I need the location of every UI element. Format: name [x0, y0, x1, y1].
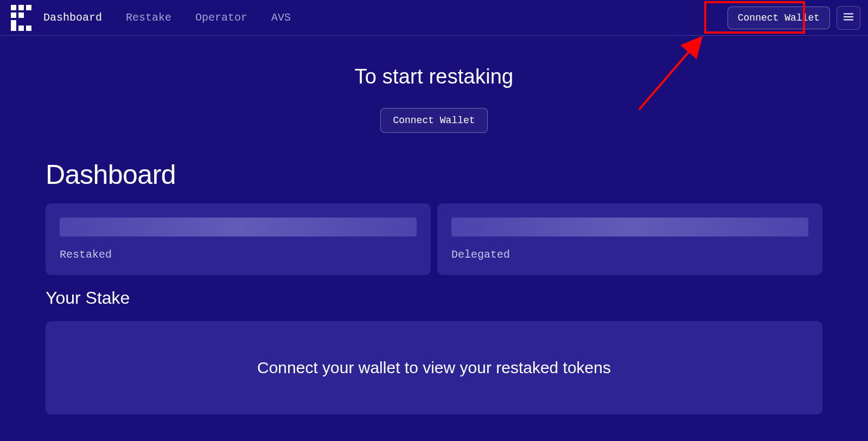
- stake-panel: Connect your wallet to view your restake…: [46, 321, 822, 414]
- logo-icon[interactable]: [11, 5, 34, 31]
- nav-items: Dashboard Restake Operator AVS: [43, 11, 291, 24]
- card-label: Restaked: [60, 248, 417, 261]
- nav-item-operator[interactable]: Operator: [195, 11, 247, 24]
- svg-rect-5: [11, 20, 16, 31]
- nav-item-avs[interactable]: AVS: [271, 11, 291, 24]
- svg-rect-1: [18, 5, 24, 10]
- your-stake-title: Your Stake: [46, 288, 822, 308]
- dashboard-cards: Restaked Delegated: [46, 203, 822, 275]
- nav-item-restake[interactable]: Restake: [126, 11, 171, 24]
- skeleton-bar: [451, 218, 808, 237]
- main-content: To start restaking Connect Wallet Dashbo…: [0, 65, 868, 414]
- skeleton-bar: [60, 218, 417, 237]
- menu-button[interactable]: [837, 6, 860, 30]
- svg-rect-4: [18, 12, 24, 18]
- svg-rect-3: [11, 12, 16, 18]
- svg-rect-7: [26, 25, 31, 31]
- connect-wallet-button-top[interactable]: Connect Wallet: [727, 7, 830, 29]
- card-delegated: Delegated: [437, 203, 822, 275]
- nav-item-dashboard[interactable]: Dashboard: [43, 11, 102, 24]
- top-nav: Dashboard Restake Operator AVS Connect W…: [0, 0, 868, 36]
- dashboard-title: Dashboard: [46, 159, 822, 190]
- hero-title: To start restaking: [46, 65, 822, 88]
- svg-rect-0: [11, 5, 16, 10]
- card-label: Delegated: [451, 248, 808, 261]
- svg-rect-2: [26, 5, 31, 10]
- connect-wallet-button-hero[interactable]: Connect Wallet: [380, 108, 487, 133]
- svg-rect-6: [18, 25, 24, 31]
- stake-empty-message: Connect your wallet to view your restake…: [257, 359, 611, 377]
- menu-icon: [843, 11, 854, 25]
- card-restaked: Restaked: [46, 203, 431, 275]
- hero: To start restaking Connect Wallet: [46, 65, 822, 133]
